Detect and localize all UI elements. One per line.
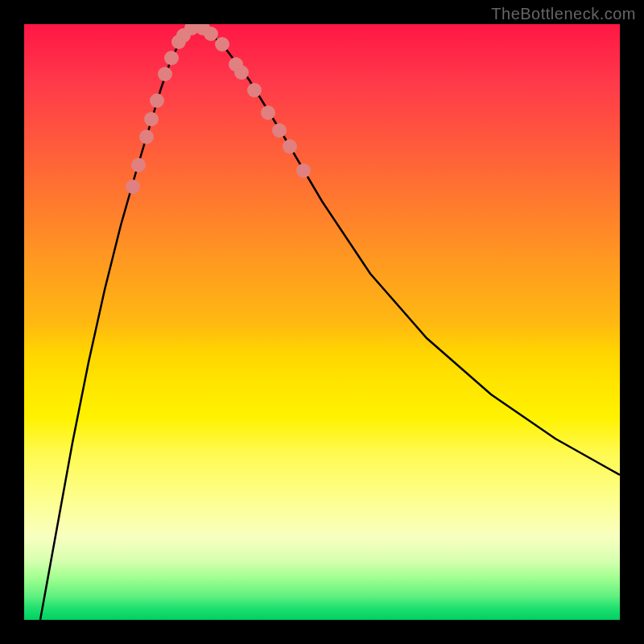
highlight-dot [261,105,275,120]
highlight-dot [158,67,172,81]
highlight-dot [283,139,297,154]
highlight-dot [164,51,179,65]
bottleneck-curve [40,27,620,620]
highlight-dot [131,158,146,172]
watermark-label: TheBottleneck.com [491,5,636,23]
highlight-dot [139,130,154,144]
highlight-dot [272,123,287,138]
highlight-dot [247,83,262,97]
highlight-dot [296,163,311,178]
highlight-dot [215,37,229,52]
highlight-dot [234,65,249,80]
highlight-dot [204,27,218,41]
highlight-dots-group [126,24,311,194]
highlight-dot [144,112,159,126]
chart-svg [24,24,620,620]
highlight-dot [126,180,140,194]
highlight-dot [150,93,164,108]
